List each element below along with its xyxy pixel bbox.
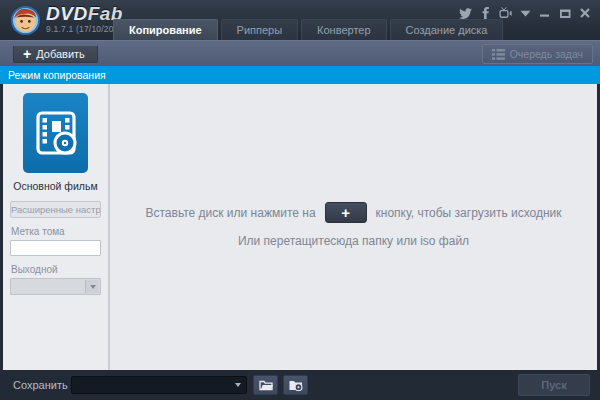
task-queue-button[interactable]: Очередь задач: [482, 44, 593, 64]
content-area: Основной фильм Расширенные настройки Мет…: [0, 84, 600, 370]
save-path-combobox[interactable]: [71, 376, 247, 394]
volume-input[interactable]: [10, 240, 101, 256]
titlebar-icons: [455, 6, 595, 20]
hint-text-after: кнопку, чтобы загрузить исходник: [376, 206, 562, 220]
film-disc-icon: [33, 109, 79, 157]
advanced-settings-button[interactable]: Расширенные настройки: [10, 201, 101, 218]
save-to-label: Сохранить в:: [13, 379, 80, 391]
dvdfab-mascot-icon: [10, 5, 41, 36]
sidebar: Основной фильм Расширенные настройки Мет…: [3, 84, 108, 370]
mode-header-label: Режим копирования: [8, 69, 106, 81]
minimize-button[interactable]: [535, 6, 555, 20]
mode-header-bar: Режим копирования: [0, 66, 600, 84]
tab-converter[interactable]: Конвертер: [301, 19, 386, 40]
browse-disc-button[interactable]: [283, 375, 308, 395]
main-panel: Вставьте диск или нажмите на + кнопку, ч…: [110, 84, 597, 370]
maximize-button[interactable]: [555, 6, 575, 20]
add-source-button[interactable]: + Добавить: [13, 45, 98, 63]
select-arrow-icon: [85, 280, 99, 293]
close-button[interactable]: [575, 6, 595, 20]
browse-folder-button[interactable]: [253, 375, 278, 395]
twitter-icon[interactable]: [455, 6, 475, 20]
tab-disc-creation[interactable]: Создание диска: [390, 19, 504, 40]
titlebar: DVDFab 9.1.7.1 (17/10/2014) Копирование …: [0, 0, 600, 40]
hint-text-before: Вставьте диск или нажмите на: [145, 206, 315, 220]
facebook-icon[interactable]: [475, 6, 495, 20]
tab-rippers[interactable]: Рипперы: [221, 19, 299, 40]
folder-open-icon: [259, 380, 273, 391]
tab-copy[interactable]: Копирование: [113, 19, 218, 40]
plus-icon: +: [23, 47, 31, 61]
empty-state-hint: Вставьте диск или нажмите на + кнопку, ч…: [110, 202, 597, 248]
hint-line1: Вставьте диск или нажмите на + кнопку, ч…: [110, 202, 597, 223]
volume-label: Метка тома: [11, 226, 108, 237]
start-button[interactable]: Пуск: [518, 374, 590, 396]
hint-line2: Или перетащитесюда папку или iso файл: [110, 234, 597, 248]
youtube-icon[interactable]: [495, 6, 515, 20]
bottombar: Сохранить в: Пуск: [0, 370, 600, 400]
toolbar: + Добавить Очередь задач: [0, 40, 600, 66]
queue-list-icon: [492, 49, 505, 60]
queue-button-label: Очередь задач: [510, 48, 583, 60]
add-button-label: Добавить: [36, 48, 85, 60]
main-tabs: Копирование Рипперы Конвертер Создание д…: [113, 19, 503, 40]
add-source-plus-button[interactable]: +: [325, 202, 367, 223]
dvdfab-window: DVDFab 9.1.7.1 (17/10/2014) Копирование …: [0, 0, 600, 400]
main-movie-tile[interactable]: [23, 93, 88, 173]
dropdown-chevron-icon[interactable]: [515, 6, 535, 20]
output-select[interactable]: [10, 278, 101, 295]
folder-disc-icon: [289, 380, 303, 391]
app-logo: DVDFab 9.1.7.1 (17/10/2014): [10, 4, 127, 36]
output-label: Выходной: [11, 264, 108, 275]
main-movie-label: Основной фильм: [3, 180, 108, 192]
combo-arrow-icon: [235, 383, 241, 390]
